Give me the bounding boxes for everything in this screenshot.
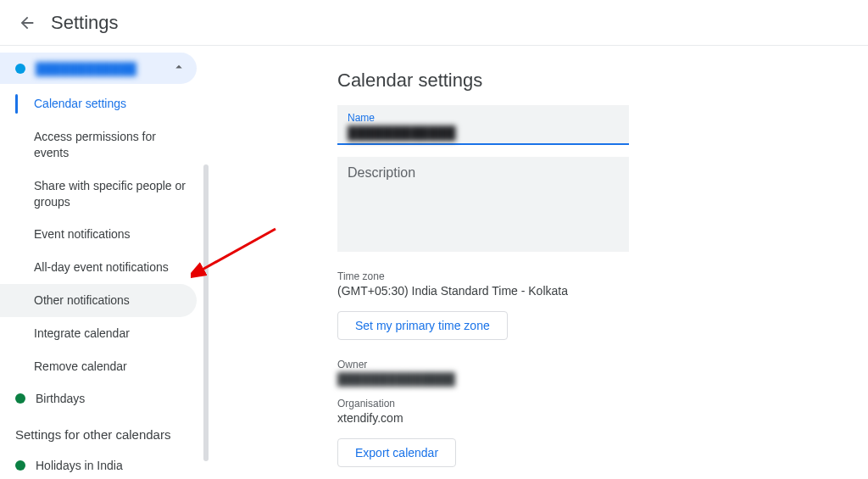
nav-allday-notifications[interactable]: All-day event notifications	[0, 251, 197, 284]
nav-access-permissions[interactable]: Access permissions for events	[0, 120, 197, 170]
organisation-label: Organisation	[337, 398, 868, 409]
nav-calendar-settings[interactable]: Calendar settings	[0, 87, 197, 120]
nav-integrate-calendar[interactable]: Integrate calendar	[0, 317, 197, 350]
owner-value: ██████████████	[337, 372, 868, 386]
chevron-up-icon	[171, 59, 186, 77]
sidebar-holidays-india[interactable]: Holidays in India	[0, 450, 210, 479]
nav-share-people[interactable]: Share with specific people or groups	[0, 170, 197, 219]
nav-event-notifications[interactable]: Event notifications	[0, 218, 197, 251]
owner-label: Owner	[337, 359, 868, 370]
timezone-value: (GMT+05:30) India Standard Time - Kolkat…	[337, 284, 868, 298]
set-primary-timezone-button[interactable]: Set my primary time zone	[337, 311, 508, 340]
sidebar-birthdays[interactable]: Birthdays	[0, 383, 210, 414]
export-calendar-button[interactable]: Export calendar	[337, 438, 456, 467]
sidebar-scrollbar[interactable]	[203, 164, 209, 461]
calendar-color-dot-icon	[15, 64, 25, 74]
organisation-value: xtendify.com	[337, 411, 868, 425]
header: Settings	[0, 0, 868, 46]
name-field-label: Name	[348, 112, 619, 124]
calendar-color-dot-icon	[15, 393, 25, 404]
sidebar-item-label: Birthdays	[36, 392, 85, 405]
calendar-color-dot-icon	[15, 460, 25, 471]
page-title: Calendar settings	[337, 70, 868, 92]
description-input[interactable]: Description	[337, 157, 629, 252]
nav-other-notifications[interactable]: Other notifications	[0, 284, 197, 317]
timezone-label: Time zone	[337, 270, 868, 282]
calendar-expand-header[interactable]: ████████████	[0, 53, 197, 84]
back-arrow-icon[interactable]	[17, 13, 37, 33]
nav-remove-calendar[interactable]: Remove calendar	[0, 350, 197, 383]
sidebar-section-title: Settings for other calendars	[0, 414, 210, 450]
description-field-label: Description	[348, 165, 619, 181]
sidebar: ████████████ Calendar settings Access pe…	[0, 46, 210, 479]
sidebar-item-label: Holidays in India	[36, 459, 123, 472]
name-field-value: ████████████	[348, 124, 619, 143]
name-input[interactable]: Name ████████████	[337, 105, 629, 145]
calendar-name: ████████████	[36, 62, 171, 75]
header-title: Settings	[51, 12, 119, 34]
main-content: Calendar settings Name ████████████ Desc…	[210, 46, 868, 479]
